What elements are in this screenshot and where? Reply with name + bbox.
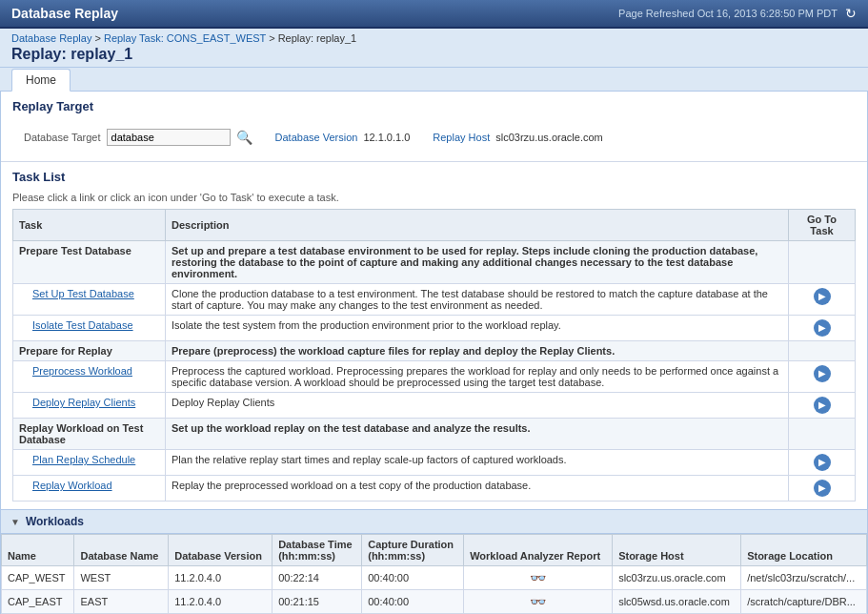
wl-db-name: WEST — [74, 566, 169, 590]
goto-icon-btn[interactable]: ▶ — [814, 397, 831, 414]
task-instruction: Please click a link or click an icon und… — [12, 192, 856, 203]
task-link[interactable]: Preprocess Workload — [32, 365, 132, 377]
task-name: Replay Workload on Test Database — [13, 419, 166, 450]
breadcrumb-area: Database Replay > Replay Task: CONS_EAST… — [0, 29, 868, 68]
goto-icon-btn[interactable]: ▶ — [814, 319, 831, 337]
replay-host-group: Replay Host slc03rzu.us.oracle.com — [433, 132, 602, 143]
wl-storage-location: /scratch/capture/DBR... — [741, 590, 867, 614]
wl-name: CAP_EAST — [2, 590, 74, 614]
task-name: Prepare Test Database — [13, 241, 166, 284]
col-db_time: Database Time(hh:mm:ss) — [273, 535, 362, 566]
replay-host-label: Replay Host — [433, 132, 490, 143]
goto-icon-btn[interactable]: ▶ — [814, 365, 831, 382]
col-db_name: Database Name — [74, 535, 169, 566]
db-version-group: Database Version 12.1.0.1.0 — [275, 132, 411, 143]
table-row: Prepare for Replay Prepare (preprocess) … — [13, 341, 856, 361]
col-db_version: Database Version — [169, 535, 273, 566]
db-target-label: Database Target — [24, 132, 101, 143]
goto-cell: ▶ — [789, 316, 856, 341]
task-name: Replay Workload — [13, 476, 166, 501]
col-storage_location: Storage Location — [741, 535, 867, 566]
page-title: Replay: replay_1 — [11, 46, 857, 67]
task-link[interactable]: Isolate Test Database — [32, 319, 133, 331]
wl-analyzer: 👓 — [464, 590, 613, 614]
workloads-title: Workloads — [26, 515, 84, 528]
goto-cell: ▶ — [789, 393, 856, 419]
wl-storage-location: /net/slc03rzu/scratch/... — [741, 566, 867, 590]
analyzer-icon[interactable]: 👓 — [530, 594, 546, 609]
wl-db-name: EAST — [74, 590, 169, 614]
goto-cell — [789, 419, 856, 450]
app-title: Database Replay — [11, 6, 118, 21]
task-name: Isolate Test Database — [13, 316, 166, 341]
task-desc: Clone the production database to a test … — [166, 284, 789, 316]
table-row: Prepare Test Database Set up and prepare… — [13, 241, 856, 284]
wl-capture-duration: 00:40:00 — [362, 566, 464, 590]
list-item: CAP_WESTWEST11.2.0.4.000:22:1400:40:00👓s… — [2, 566, 867, 590]
wl-analyzer: 👓 — [464, 566, 613, 590]
breadcrumb: Database Replay > Replay Task: CONS_EAST… — [11, 32, 857, 44]
wl-storage-host: slc03rzu.us.oracle.com — [613, 566, 741, 590]
task-desc: Deploy Replay Clients — [166, 393, 789, 419]
task-name: Deploy Replay Clients — [13, 393, 166, 419]
replay-target-section: Replay Target Database Target 🔍 Database… — [1, 92, 867, 162]
wl-capture-duration: 00:40:00 — [362, 590, 464, 614]
tab-home[interactable]: Home — [11, 69, 71, 92]
goto-icon-btn[interactable]: ▶ — [814, 454, 831, 471]
col-goto: Go To Task — [789, 210, 856, 241]
col-storage_host: Storage Host — [613, 535, 741, 566]
task-name: Prepare for Replay — [13, 341, 166, 361]
wl-db-time: 00:22:14 — [273, 566, 362, 590]
goto-icon-btn[interactable]: ▶ — [814, 288, 831, 305]
task-name: Preprocess Workload — [13, 361, 166, 393]
col-task: Task — [13, 210, 166, 241]
replay-target-fields: Database Target 🔍 Database Version 12.1.… — [12, 121, 856, 154]
app-header: Database Replay Page Refreshed Oct 16, 2… — [0, 0, 868, 29]
db-version-value: 12.1.0.1.0 — [363, 132, 410, 143]
workload-table: NameDatabase NameDatabase VersionDatabas… — [1, 534, 867, 614]
tab-bar: Home — [0, 68, 868, 91]
db-target-group: Database Target 🔍 — [24, 129, 252, 146]
goto-cell: ▶ — [789, 361, 856, 393]
db-version-label: Database Version — [275, 132, 358, 143]
task-table: Task Description Go To Task Prepare Test… — [12, 209, 856, 501]
task-desc: Plan the relative replay start times and… — [166, 450, 789, 476]
wl-name: CAP_WEST — [2, 566, 74, 590]
db-target-input[interactable] — [107, 129, 231, 146]
table-row: Replay Workload Replay the preprocessed … — [13, 476, 856, 501]
list-item: CAP_EASTEAST11.2.0.4.000:21:1500:40:00👓s… — [2, 590, 867, 614]
replay-target-title: Replay Target — [12, 99, 856, 113]
breadcrumb-link-db-replay[interactable]: Database Replay — [11, 32, 91, 44]
table-row: Isolate Test Database Isolate the test s… — [13, 316, 856, 341]
search-icon[interactable]: 🔍 — [236, 130, 252, 145]
col-desc: Description — [166, 210, 789, 241]
task-desc: Set up and prepare a test database envir… — [166, 241, 789, 284]
task-desc: Set up the workload replay on the test d… — [166, 419, 789, 450]
collapse-icon: ▼ — [10, 517, 20, 527]
task-list-title: Task List — [12, 170, 856, 184]
task-link[interactable]: Plan Replay Schedule — [32, 454, 135, 465]
task-link[interactable]: Set Up Test Database — [32, 288, 134, 299]
breadcrumb-link-replay-task[interactable]: Replay Task: CONS_EAST_WEST — [104, 32, 266, 44]
task-name: Set Up Test Database — [13, 284, 166, 316]
breadcrumb-current: Replay: replay_1 — [278, 32, 357, 44]
wl-db-version: 11.2.0.4.0 — [169, 590, 273, 614]
analyzer-icon[interactable]: 👓 — [530, 570, 546, 585]
table-row: Plan Replay Schedule Plan the relative r… — [13, 450, 856, 476]
task-desc: Replay the preprocessed workload on a te… — [166, 476, 789, 501]
task-link[interactable]: Deploy Replay Clients — [32, 397, 135, 408]
col-capture_duration: Capture Duration(hh:mm:ss) — [362, 535, 464, 566]
table-row: Set Up Test Database Clone the productio… — [13, 284, 856, 316]
goto-icon-btn[interactable]: ▶ — [814, 480, 831, 497]
task-link[interactable]: Replay Workload — [32, 480, 112, 491]
workloads-table-container: NameDatabase NameDatabase VersionDatabas… — [1, 534, 867, 614]
workloads-header[interactable]: ▼ Workloads — [1, 509, 867, 534]
wl-storage-host: slc05wsd.us.oracle.com — [613, 590, 741, 614]
task-desc: Preprocess the captured workload. Prepro… — [166, 361, 789, 393]
col-analyzer_report: Workload Analyzer Report — [464, 535, 613, 566]
task-name: Plan Replay Schedule — [13, 450, 166, 476]
table-row: Deploy Replay Clients Deploy Replay Clie… — [13, 393, 856, 419]
task-desc: Isolate the test system from the product… — [166, 316, 789, 341]
refresh-icon[interactable]: ↻ — [845, 6, 857, 21]
wl-db-time: 00:21:15 — [273, 590, 362, 614]
